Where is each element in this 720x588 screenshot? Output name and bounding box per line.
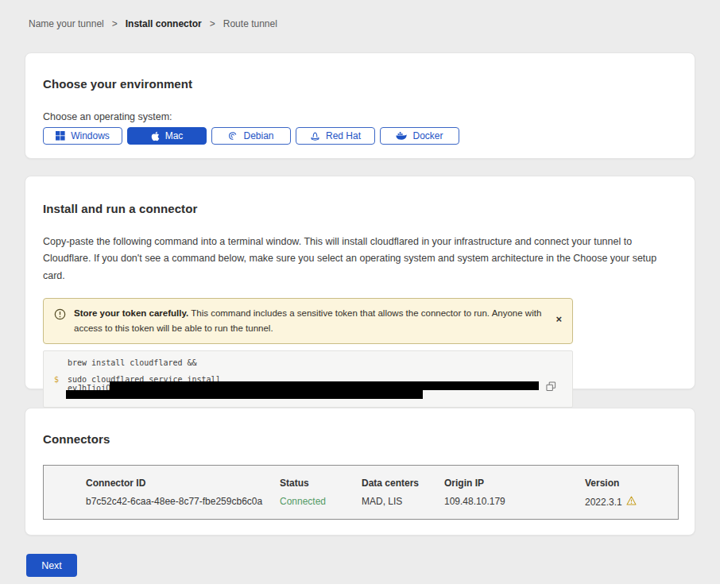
os-button-windows[interactable]: Windows	[43, 127, 122, 145]
breadcrumb-separator: >	[210, 18, 215, 29]
breadcrumb: Name your tunnel > Install connector > R…	[29, 18, 277, 29]
install-card-description: Copy-paste the following command into a …	[43, 234, 675, 284]
os-button-group: Windows Mac Debian	[43, 127, 677, 145]
token-warning-title: Store your token carefully.	[74, 308, 188, 318]
shell-prompt: $	[54, 375, 59, 384]
data-centers-value: MAD, LIS	[362, 496, 444, 508]
apple-icon	[151, 131, 160, 141]
breadcrumb-separator: >	[112, 18, 118, 29]
os-button-docker[interactable]: Docker	[380, 127, 459, 145]
connector-id-value: b7c52c42-6caa-48ee-8c77-fbe259cb6c0a	[86, 496, 280, 508]
install-card-title: Install and run a connector	[43, 202, 677, 215]
token-warning-text: Store your token carefully. This command…	[74, 306, 545, 336]
close-icon[interactable]: ×	[555, 314, 562, 324]
os-button-label: Mac	[165, 130, 184, 141]
bottom-edge-strip	[0, 584, 720, 588]
code-line-brew: brew install cloudflared &&	[68, 358, 197, 367]
os-select-label: Choose an operating system:	[43, 111, 677, 122]
os-button-mac[interactable]: Mac	[127, 127, 207, 145]
breadcrumb-step-install-connector[interactable]: Install connector	[126, 18, 202, 29]
alert-circle-icon	[54, 308, 66, 336]
windows-icon	[56, 131, 65, 141]
col-header-connector-id: Connector ID	[86, 478, 280, 489]
token-redaction-bar	[66, 390, 423, 399]
os-button-label: Docker	[412, 130, 443, 141]
version-number: 2022.3.1	[585, 497, 622, 508]
environment-card: Choose your environment Choose an operat…	[25, 52, 695, 159]
col-header-data-centers: Data centers	[362, 478, 444, 489]
status-badge: Connected	[280, 496, 362, 508]
breadcrumb-step-route-tunnel[interactable]: Route tunnel	[223, 18, 277, 29]
copy-icon[interactable]	[528, 369, 556, 406]
version-value: 2022.3.1	[585, 496, 678, 508]
origin-ip-value: 109.48.10.179	[444, 496, 585, 508]
os-button-label: Windows	[71, 130, 110, 141]
redhat-icon	[310, 131, 320, 141]
next-button[interactable]: Next	[26, 554, 77, 577]
col-header-status: Status	[280, 478, 362, 489]
breadcrumb-step-name-tunnel[interactable]: Name your tunnel	[29, 18, 104, 29]
docker-icon	[396, 131, 407, 141]
col-header-version: Version	[585, 478, 678, 489]
environment-card-title: Choose your environment	[43, 77, 677, 91]
connectors-table-header: Connector ID Status Data centers Origin …	[86, 478, 678, 489]
token-redaction-bar	[110, 381, 539, 390]
connectors-card-title: Connectors	[43, 432, 677, 446]
table-row: b7c52c42-6caa-48ee-8c77-fbe259cb6c0a Con…	[86, 496, 678, 508]
connectors-card: Connectors Connector ID Status Data cent…	[25, 408, 695, 536]
warning-triangle-icon	[626, 496, 637, 508]
os-button-label: Debian	[243, 130, 273, 141]
os-button-label: Red Hat	[326, 130, 361, 141]
install-connector-card: Install and run a connector Copy-paste t…	[25, 176, 695, 389]
token-warning-banner: Store your token carefully. This command…	[43, 298, 573, 344]
os-button-debian[interactable]: Debian	[211, 127, 291, 145]
col-header-origin-ip: Origin IP	[444, 478, 585, 489]
connectors-table: Connector ID Status Data centers Origin …	[43, 465, 679, 520]
install-command-codeblock: brew install cloudflared && $ sudo cloud…	[43, 350, 573, 408]
os-button-redhat[interactable]: Red Hat	[296, 127, 375, 145]
debian-icon	[228, 131, 238, 141]
